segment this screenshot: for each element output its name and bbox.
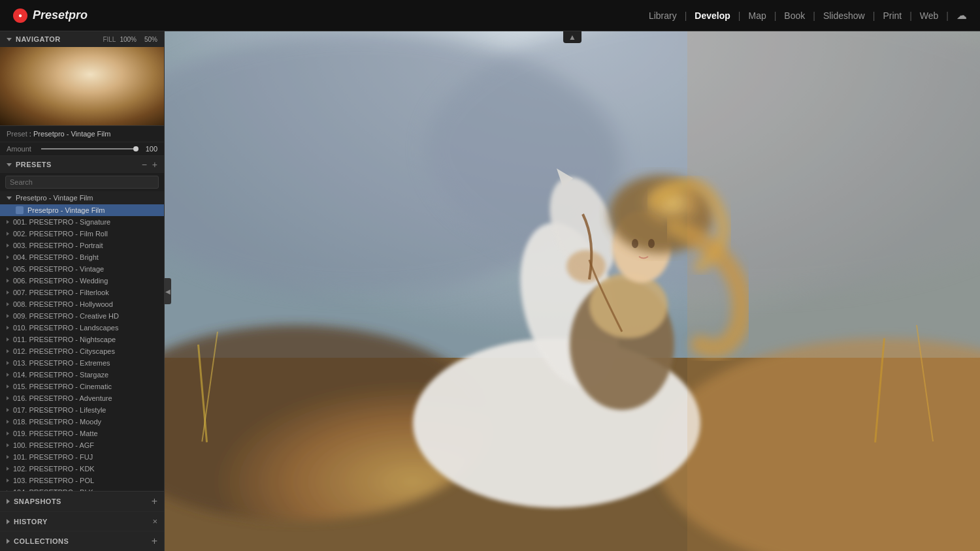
left-panel: Navigator FILL 100% 50% Preset : Presetp… (0, 31, 165, 551)
preset-item-triangle (7, 361, 9, 365)
preset-list-item[interactable]: 014. PRESETPRO - Stargaze (0, 369, 164, 381)
collections-title: Collections (14, 537, 69, 545)
presets-header[interactable]: Presets − + (0, 156, 164, 173)
preset-item-triangle (7, 479, 9, 482)
preset-info-row: Preset : Presetpro - Vintage Film (0, 126, 164, 142)
nav-sep-7: | (946, 10, 949, 21)
preset-item-label: 004. PRESETPRO - Bright (13, 253, 99, 261)
history-close-button[interactable]: × (152, 516, 157, 526)
preset-list-item[interactable]: 004. PRESETPRO - Bright (0, 251, 164, 263)
preset-list-item[interactable]: 016. PRESETPRO - Adventure (0, 392, 164, 404)
preset-list-item[interactable]: 013. PRESETPRO - Extremes (0, 357, 164, 369)
nav-develop[interactable]: Develop (689, 8, 735, 24)
presets-title: Presets (16, 161, 52, 168)
nav-sep-4: | (813, 10, 815, 21)
preset-item-label: 006. PRESETPRO - Wedding (13, 277, 108, 285)
nav-map[interactable]: Map (743, 8, 771, 24)
nav-web[interactable]: Web (915, 8, 944, 24)
svg-rect-22 (165, 31, 980, 551)
preset-list-item[interactable]: 011. PRESETPRO - Nightscape (0, 334, 164, 345)
presets-search-input[interactable] (5, 176, 159, 189)
preset-list-item[interactable]: 100. PRESETPRO - AGF (0, 439, 164, 451)
amount-label: Amount (7, 145, 36, 153)
preset-list-item[interactable]: 008. PRESETPRO - Hollywood (0, 298, 164, 310)
amount-value: 100 (141, 145, 157, 153)
preset-list-item[interactable]: 012. PRESETPRO - Cityscapes (0, 345, 164, 357)
nav-100-percent[interactable]: 100% (120, 36, 137, 43)
preset-group-header[interactable]: Presetpro - Vintage Film (0, 191, 164, 204)
preset-list-item[interactable]: 104. PRESETPRO - BLK (0, 486, 164, 491)
preset-list-item[interactable]: 001. PRESETPRO - Signature (0, 216, 164, 228)
navigator-header-left: Navigator (7, 35, 61, 43)
preset-list-item[interactable]: 102. PRESETPRO - KDK (0, 463, 164, 475)
navigator-title: Navigator (16, 35, 61, 43)
preset-label: Preset (7, 130, 27, 138)
preset-item-label: 007. PRESETPRO - Filterlook (13, 289, 109, 296)
preset-list-item[interactable]: 007. PRESETPRO - Filterlook (0, 287, 164, 298)
preset-item-triangle (7, 385, 9, 388)
history-header[interactable]: History × (0, 512, 164, 531)
preset-item-label: 003. PRESETPRO - Portrait (13, 242, 103, 249)
preset-item-triangle (7, 373, 9, 377)
preset-item-triangle (7, 420, 9, 424)
left-panel-collapse-handle[interactable]: ◀ (165, 278, 171, 304)
nav-sep-5: | (873, 10, 875, 21)
preset-list-item[interactable]: 015. PRESETPRO - Cinematic (0, 381, 164, 392)
preset-item-triangle (7, 220, 9, 224)
preset-item-label: 018. PRESETPRO - Moody (13, 418, 101, 426)
navigator-preview (0, 47, 164, 125)
preset-list-item[interactable]: 019. PRESETPRO - Matte (0, 428, 164, 439)
nav-slideshow[interactable]: Slideshow (818, 8, 870, 24)
presets-plus-button[interactable]: + (152, 160, 157, 169)
presets-minus-button[interactable]: − (142, 160, 147, 169)
preset-list-item[interactable]: 017. PRESETPRO - Lifestyle (0, 404, 164, 416)
preset-item-triangle (7, 467, 9, 471)
fill-label[interactable]: FILL (103, 36, 116, 43)
preset-list-item[interactable]: 002. PRESETPRO - Film Roll (0, 228, 164, 240)
preset-item-triangle (7, 408, 9, 412)
nav-print[interactable]: Print (877, 8, 907, 24)
preset-list-item[interactable]: 103. PRESETPRO - POL (0, 475, 164, 486)
top-chevron-button[interactable]: ▲ (563, 31, 581, 43)
preset-list-item[interactable]: 009. PRESETPRO - Creative HD (0, 310, 164, 322)
snapshots-add-button[interactable]: + (152, 496, 157, 507)
nav-library[interactable]: Library (644, 8, 682, 24)
preset-item-label: 009. PRESETPRO - Creative HD (13, 312, 119, 320)
navigator-header[interactable]: Navigator FILL 100% 50% (0, 31, 164, 47)
preset-item-label: 008. PRESETPRO - Hollywood (13, 300, 113, 308)
preset-item-label: 015. PRESETPRO - Cinematic (13, 383, 112, 390)
preset-item-label: 019. PRESETPRO - Matte (13, 430, 98, 437)
nav-menu: Library | Develop | Map | Book | Slidesh… (644, 8, 967, 24)
preset-list-item[interactable]: 005. PRESETPRO - Vintage (0, 263, 164, 275)
preset-list-item[interactable]: 010. PRESETPRO - Landscapes (0, 322, 164, 334)
snapshots-header[interactable]: Snapshots + (0, 492, 164, 512)
preset-list-item[interactable]: 003. PRESETPRO - Portrait (0, 240, 164, 251)
preset-item-label: 017. PRESETPRO - Lifestyle (13, 406, 106, 414)
collections-header[interactable]: Collections + (0, 531, 164, 551)
preset-list-item[interactable]: 006. PRESETPRO - Wedding (0, 275, 164, 287)
nav-book[interactable]: Book (779, 8, 810, 24)
history-header-left: History (7, 518, 48, 526)
nav-50-percent[interactable]: 50% (144, 36, 157, 43)
snapshots-title: Snapshots (14, 497, 61, 505)
preset-item-triangle (7, 291, 9, 294)
collections-header-left: Collections (7, 537, 69, 545)
preset-selected-item[interactable]: Presetpro - Vintage Film (0, 204, 164, 216)
preset-item-label: 100. PRESETPRO - AGF (13, 441, 94, 449)
preset-item-label: 001. PRESETPRO - Signature (13, 218, 110, 226)
nav-sep-1: | (685, 10, 687, 21)
presets-list: Presetpro - Vintage Film Presetpro - Vin… (0, 191, 164, 491)
preset-group-name: Presetpro - Vintage Film (16, 194, 93, 202)
presets-header-left: Presets (7, 161, 52, 168)
cloud-icon[interactable]: ☁ (956, 9, 967, 22)
preset-item-label: 013. PRESETPRO - Extremes (13, 359, 110, 367)
amount-slider[interactable] (41, 148, 136, 150)
collections-add-button[interactable]: + (152, 536, 157, 546)
collections-expand-icon (7, 539, 10, 544)
preset-item-label: 012. PRESETPRO - Cityscapes (13, 347, 115, 355)
preset-list-item[interactable]: 018. PRESETPRO - Moody (0, 416, 164, 428)
bottom-panels: Snapshots + History × Collections + (0, 491, 164, 551)
search-row (0, 173, 164, 191)
preset-list-item[interactable]: 101. PRESETPRO - FUJ (0, 451, 164, 463)
image-area: ▲ ◀ (165, 31, 980, 551)
